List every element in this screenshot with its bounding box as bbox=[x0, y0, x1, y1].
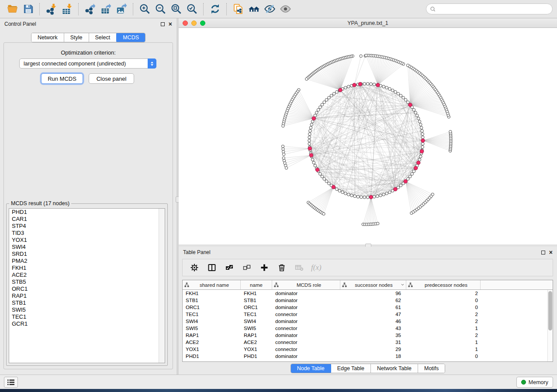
cell-predecessor_nodes[interactable]: 1 bbox=[406, 325, 481, 332]
network-dominator-node[interactable] bbox=[369, 195, 373, 199]
network-node[interactable] bbox=[356, 195, 360, 198]
network-node[interactable] bbox=[332, 92, 336, 95]
network-dominator-node[interactable] bbox=[353, 83, 356, 87]
tab-node-table[interactable]: Node Table bbox=[291, 364, 332, 373]
network-node[interactable] bbox=[285, 167, 287, 169]
export-table-icon[interactable] bbox=[98, 2, 114, 17]
float-panel-icon[interactable] bbox=[161, 22, 165, 26]
network-node[interactable] bbox=[323, 178, 326, 181]
cell-successor_nodes[interactable]: 35 bbox=[340, 332, 406, 339]
network-node[interactable] bbox=[305, 78, 308, 80]
tab-style[interactable]: Style bbox=[64, 33, 89, 42]
network-dominator-node[interactable] bbox=[421, 139, 425, 143]
network-node[interactable] bbox=[388, 87, 391, 90]
network-node[interactable] bbox=[449, 131, 452, 133]
cell-mcds_role[interactable]: dominator bbox=[272, 290, 340, 297]
cell-successor_nodes[interactable]: 18 bbox=[340, 353, 406, 360]
network-node[interactable] bbox=[373, 195, 376, 198]
cell-successor_nodes[interactable]: 31 bbox=[340, 339, 406, 346]
table-settings-gear-icon[interactable] bbox=[188, 261, 201, 274]
network-node[interactable] bbox=[419, 123, 422, 126]
cell-shared_name[interactable]: STB1 bbox=[183, 297, 241, 304]
cell-shared_name[interactable]: FKH1 bbox=[183, 290, 241, 297]
network-node[interactable] bbox=[394, 90, 397, 93]
mcds-result-item[interactable]: TID3 bbox=[9, 230, 165, 237]
first-neighbors-icon[interactable] bbox=[246, 2, 262, 17]
network-node[interactable] bbox=[282, 153, 285, 155]
float-panel-icon[interactable] bbox=[541, 251, 545, 254]
network-node[interactable] bbox=[414, 111, 417, 114]
network-node[interactable] bbox=[309, 130, 312, 133]
network-node[interactable] bbox=[370, 83, 373, 86]
cell-predecessor_nodes[interactable]: 2 bbox=[406, 318, 481, 325]
mcds-result-item[interactable]: FKH1 bbox=[9, 265, 165, 272]
network-node[interactable] bbox=[336, 188, 339, 191]
table-row[interactable]: PHD1PHD1dominator180 bbox=[183, 353, 547, 360]
cell-mcds_role[interactable]: connector bbox=[272, 339, 340, 346]
network-node[interactable] bbox=[407, 101, 410, 104]
network-node[interactable] bbox=[325, 180, 328, 183]
network-node[interactable] bbox=[406, 64, 409, 67]
table-row[interactable]: TEC1TEC1connector472 bbox=[183, 311, 547, 318]
zoom-out-icon[interactable] bbox=[152, 2, 168, 17]
table-row[interactable]: YOX1YOX1connector291 bbox=[183, 346, 547, 353]
network-dominator-node[interactable] bbox=[416, 161, 420, 165]
network-titlebar[interactable]: YPA_prune.txt_1 bbox=[179, 18, 557, 28]
export-image-icon[interactable] bbox=[114, 2, 129, 17]
network-dominator-node[interactable] bbox=[312, 117, 316, 120]
network-node[interactable] bbox=[417, 117, 420, 120]
network-node[interactable] bbox=[282, 157, 285, 159]
network-node[interactable] bbox=[314, 164, 317, 167]
cell-shared_name[interactable]: ACE2 bbox=[183, 339, 241, 346]
cell-successor_nodes[interactable]: 43 bbox=[340, 325, 406, 332]
delete-column-trash-icon[interactable] bbox=[275, 261, 288, 274]
mcds-result-item[interactable]: GCR1 bbox=[9, 320, 165, 327]
network-dominator-node[interactable] bbox=[332, 185, 336, 189]
network-node[interactable] bbox=[421, 130, 424, 133]
search-input[interactable] bbox=[439, 6, 549, 12]
network-node[interactable] bbox=[415, 114, 419, 117]
network-node[interactable] bbox=[319, 106, 322, 109]
network-node[interactable] bbox=[412, 108, 415, 111]
network-node[interactable] bbox=[397, 92, 400, 95]
mcds-result-item[interactable]: PMA2 bbox=[9, 258, 165, 265]
hide-selected-eye-icon[interactable] bbox=[262, 2, 277, 17]
cell-shared_name[interactable]: RAP1 bbox=[183, 332, 241, 339]
network-node[interactable] bbox=[411, 172, 414, 175]
close-panel-button[interactable]: Close panel bbox=[89, 73, 134, 84]
network-dominator-node[interactable] bbox=[308, 147, 312, 151]
cell-shared_name[interactable]: ORC1 bbox=[183, 304, 241, 311]
cell-name[interactable]: ACE2 bbox=[241, 339, 272, 346]
add-column-icon[interactable] bbox=[258, 261, 271, 274]
network-node[interactable] bbox=[344, 86, 347, 89]
delete-table-icon-disabled[interactable] bbox=[293, 261, 306, 274]
tab-select[interactable]: Select bbox=[89, 33, 117, 42]
network-node[interactable] bbox=[365, 54, 367, 57]
network-node[interactable] bbox=[341, 191, 344, 194]
network-node[interactable] bbox=[412, 170, 415, 173]
refresh-icon[interactable] bbox=[207, 2, 223, 17]
network-node[interactable] bbox=[418, 158, 421, 161]
network-node[interactable] bbox=[388, 191, 391, 194]
network-dominator-node[interactable] bbox=[404, 179, 408, 183]
mcds-result-item[interactable]: YOX1 bbox=[9, 237, 165, 244]
network-node[interactable] bbox=[322, 213, 325, 215]
zoom-fit-icon[interactable] bbox=[168, 2, 184, 17]
network-dominator-node[interactable] bbox=[420, 150, 424, 154]
tab-motifs[interactable]: Motifs bbox=[418, 364, 445, 373]
network-node[interactable] bbox=[330, 94, 333, 97]
cell-name[interactable]: RAP1 bbox=[241, 332, 272, 339]
mcds-result-item[interactable]: CAR1 bbox=[9, 216, 165, 223]
column-header-name[interactable]: name bbox=[241, 280, 272, 289]
mcds-result-item[interactable]: STB1 bbox=[9, 299, 165, 306]
mcds-result-item[interactable]: STP4 bbox=[9, 223, 165, 230]
network-node[interactable] bbox=[376, 195, 379, 198]
network-node[interactable] bbox=[336, 90, 339, 93]
mcds-result-item[interactable]: SRD1 bbox=[9, 251, 165, 258]
mcds-result-item[interactable]: SWI4 bbox=[9, 244, 165, 251]
cell-predecessor_nodes[interactable]: 2 bbox=[406, 332, 481, 339]
cell-name[interactable]: STB1 bbox=[241, 297, 272, 304]
tab-edge-table[interactable]: Edge Table bbox=[331, 364, 371, 373]
network-node[interactable] bbox=[366, 196, 369, 199]
cell-mcds_role[interactable]: connector bbox=[272, 325, 340, 332]
